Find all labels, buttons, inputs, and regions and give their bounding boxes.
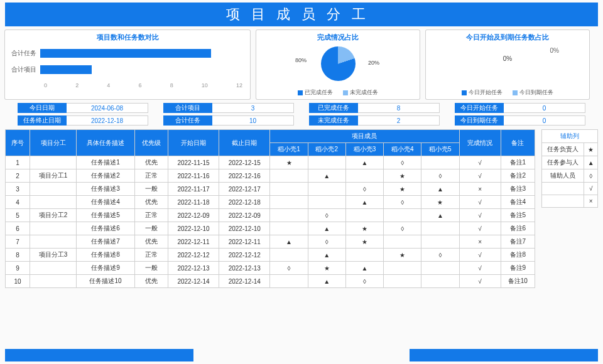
page-title-bar: 项目成员分工 <box>5 3 598 26</box>
pie-label-incomplete: 20% <box>368 60 379 66</box>
aux-column: 辅助列任务负责人★任务参与人▲辅助人员◊√× <box>541 129 598 288</box>
chart2-title: 完成情况占比 <box>261 33 415 42</box>
stat-item: 今日开始任务0 <box>455 103 585 113</box>
aux-row: 任务负责人★ <box>542 143 598 156</box>
bar-fill-tasks <box>40 49 211 58</box>
pie-label-complete: 80% <box>295 57 307 63</box>
pie-icon <box>321 46 356 81</box>
stat-item: 合计任务10 <box>163 115 294 126</box>
chart1-title: 项目数和任务数对比 <box>10 33 245 42</box>
chart-bar-tasks-vs-projects: 项目数和任务数对比 合计任务 合计项目 024681012 <box>5 30 250 99</box>
table-row[interactable]: 4任务描述4优先2022-11-182022-12-18▲◊★√备注4 <box>6 196 535 209</box>
table-row[interactable]: 7任务描述7优先2022-12-112022-12-11▲◊★×备注7 <box>6 235 535 249</box>
table-row[interactable]: 9任务描述9一般2022-12-132022-12-13◊★▲√备注9 <box>6 262 535 275</box>
stat-item: 任务终止日期2022-12-18 <box>18 115 148 126</box>
main-table-wrap: 序号项目分工具体任务描述优先级开始日期截止日期项目成员完成情况备注稻小壳1稻小壳… <box>5 129 535 288</box>
aux-row: 辅助人员◊ <box>542 169 598 183</box>
charts-row: 项目数和任务数对比 合计任务 合计项目 024681012 完成情况占比 80%… <box>5 30 598 99</box>
stat-item: 今日日期2024-06-08 <box>18 103 148 113</box>
stat-item: 未完成任务2 <box>309 115 440 126</box>
table-row[interactable]: 2项目分工1任务描述2正常2022-11-162022-12-16▲★◊√备注2 <box>6 169 535 183</box>
bar-area: 合计任务 合计项目 024681012 <box>10 45 245 88</box>
bar-x-axis: 024681012 <box>44 82 245 88</box>
stat-item: 今日到期任务0 <box>455 115 585 126</box>
bar-fill-projects <box>40 65 92 74</box>
table-row[interactable]: 6任务描述6一般2022-12-102022-12-10▲★◊√备注6 <box>6 222 535 235</box>
aux-row: × <box>542 195 598 208</box>
bar-row-tasks: 合计任务 <box>10 48 245 58</box>
stat-item: 合计项目3 <box>163 103 294 113</box>
tasks-table: 序号项目分工具体任务描述优先级开始日期截止日期项目成员完成情况备注稻小壳1稻小壳… <box>5 129 535 288</box>
aux-legend-table: 辅助列任务负责人★任务参与人▲辅助人员◊√× <box>541 129 598 208</box>
chart3-title: 今日开始及到期任务数占比 <box>431 33 584 42</box>
page-title: 项目成员分工 <box>226 5 377 24</box>
table-row[interactable]: 3任务描述3一般2022-11-172022-12-17◊★▲×备注3 <box>6 183 535 196</box>
table-row[interactable]: 1任务描述1优先2022-11-152022-12-15★▲◊√备注1 <box>6 156 535 169</box>
stats-row: 今日日期2024-06-08任务终止日期2022-12-18合计项目3合计任务1… <box>18 103 585 126</box>
table-row[interactable]: 8项目分工3任务描述8正常2022-12-122022-12-12▲★◊√备注8 <box>6 249 535 262</box>
table-row[interactable]: 5项目分工2任务描述5正常2022-12-092022-12-09◊▲√备注5 <box>6 209 535 222</box>
aux-title: 辅助列 <box>542 130 598 143</box>
aux-row: √ <box>542 183 598 195</box>
chart-today-tasks: 今日开始及到期任务数占比 0% 0% 今日开始任务 今日到期任务 <box>426 30 589 99</box>
bottom-decoration <box>5 349 598 361</box>
chart2-legend: 已完成任务 未完成任务 <box>256 88 420 97</box>
stat-item: 已完成任务8 <box>309 103 440 113</box>
chart3-legend: 今日开始任务 今日到期任务 <box>426 88 589 97</box>
table-row[interactable]: 10任务描述10优先2022-12-142022-12-14▲◊√备注10 <box>6 275 535 288</box>
aux-row: 任务参与人▲ <box>542 156 598 169</box>
chart-pie-completion: 完成情况占比 80% 20% 已完成任务 未完成任务 <box>256 30 420 99</box>
bar-row-projects: 合计项目 <box>10 65 245 75</box>
